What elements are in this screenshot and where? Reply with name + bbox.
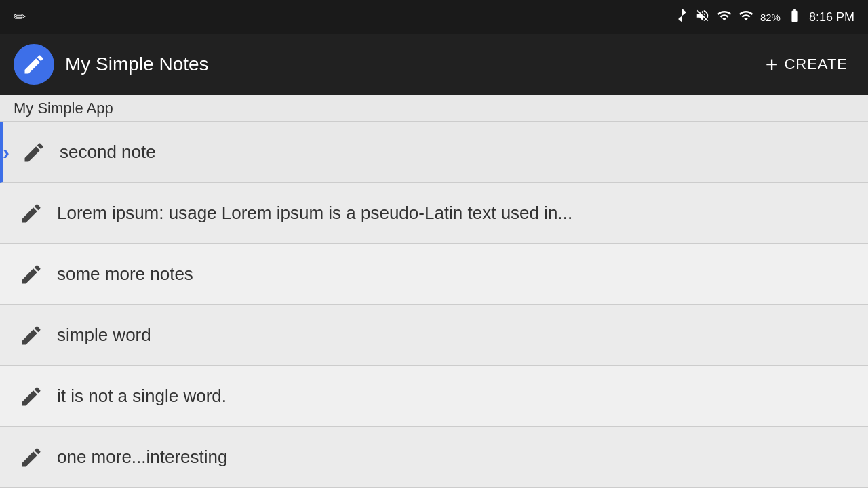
wifi-icon: [717, 8, 732, 26]
status-time: 8:16 PM: [809, 10, 854, 24]
note-pencil-icon: [16, 443, 46, 472]
list-item[interactable]: second note: [0, 122, 868, 183]
status-bar: ✏ 82%: [0, 0, 868, 34]
partial-list-item[interactable]: My Simple App: [0, 95, 868, 122]
note-item-text: simple word: [57, 325, 151, 346]
note-pencil-icon: [16, 321, 46, 350]
create-button[interactable]: + CREATE: [759, 47, 854, 82]
plus-icon: +: [766, 54, 779, 75]
app-bar: My Simple Notes + CREATE: [0, 34, 868, 95]
list-item[interactable]: some more notes: [0, 244, 868, 305]
battery-icon: [787, 8, 802, 26]
note-pencil-icon: [16, 382, 46, 411]
note-item-text: one more...interesting: [57, 447, 227, 468]
note-pencil-icon: [19, 138, 49, 167]
bluetooth-icon: [676, 8, 688, 26]
create-label: CREATE: [784, 56, 848, 73]
note-item-text: second note: [60, 142, 156, 163]
notes-list: second note Lorem ipsum: usage Lorem ips…: [0, 122, 868, 488]
note-item-text: Lorem ipsum: usage Lorem ipsum is a pseu…: [57, 203, 572, 224]
mute-icon: [695, 8, 710, 26]
list-item[interactable]: Lorem ipsum: usage Lorem ipsum is a pseu…: [0, 183, 868, 244]
edit-icon: ✏: [14, 8, 26, 26]
partial-item-text: My Simple App: [14, 100, 113, 117]
app-title: My Simple Notes: [65, 54, 209, 75]
note-pencil-icon: [16, 199, 46, 228]
list-item[interactable]: one more...interesting: [0, 427, 868, 488]
status-bar-left: ✏: [14, 0, 26, 34]
list-item[interactable]: simple word: [0, 305, 868, 366]
app-bar-left: My Simple Notes: [14, 44, 209, 85]
battery-percent: 82%: [760, 12, 781, 23]
note-pencil-icon: [16, 260, 46, 289]
note-item-text: it is not a single word.: [57, 386, 226, 407]
signal-icon: [738, 8, 753, 26]
note-item-text: some more notes: [57, 264, 193, 285]
list-item[interactable]: it is not a single word.: [0, 366, 868, 427]
app-logo: [14, 44, 54, 85]
status-bar-right: 82% 8:16 PM: [676, 8, 854, 26]
